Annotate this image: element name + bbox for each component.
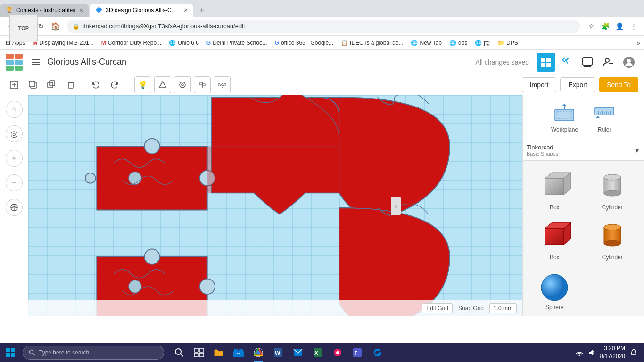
network-icon[interactable] [575,348,584,357]
shapes-category-selector[interactable]: Tinkercad Basic Shapes ▼ [523,140,644,161]
shape-thumb-blue-sphere [533,266,576,304]
redo-button[interactable] [106,76,123,93]
taskbar-right: 3:20 PM 8/17/2020 [575,345,644,361]
taskbar-paint[interactable] [328,343,347,362]
copy-button[interactable] [25,76,41,93]
light-tool[interactable]: 💡 [134,76,151,93]
simulation-icon[interactable] [578,53,597,72]
shape-thumb-red-box [533,216,576,254]
delete-button[interactable] [62,76,79,93]
new-button[interactable] [6,76,23,93]
svg-rect-1 [15,54,23,59]
tab-close-1[interactable]: × [79,7,83,14]
tab-title-1: Contests - Instructables [16,7,75,14]
settings-icon[interactable]: ⋮ [627,20,640,33]
shape-item-orange-cylinder[interactable]: Cylinder [586,216,639,261]
taskbar-word[interactable]: W [269,343,288,362]
svg-rect-32 [199,83,202,85]
duplicate-button[interactable] [43,76,60,93]
svg-rect-8 [32,64,40,65]
bookmark-delhi[interactable]: G Delhi Private Schoo... [205,39,269,47]
taskbar-search-bar[interactable]: Type here to search [23,346,164,360]
left-sidebar: TOP ⌂ ◎ + − [0,95,28,316]
profile-icon[interactable]: 👤 [613,20,626,33]
codeblocks-icon[interactable] [557,53,576,72]
svg-rect-7 [32,62,40,63]
svg-rect-2 [6,60,14,65]
group-tool[interactable] [174,76,191,93]
shape-item-grey-box[interactable]: Box [528,166,581,211]
add-collaborator-icon[interactable] [599,53,618,72]
svg-rect-27 [68,83,73,88]
avatar-icon[interactable] [619,53,638,72]
home-view-button[interactable]: ⌂ [6,101,23,118]
tab-close-2[interactable]: × [184,7,188,14]
workspace[interactable]: › Edit Grid Snap Grid 1.0 mm [28,95,522,316]
bookmark-dps[interactable]: 🌐 dps [447,39,469,47]
category-dropdown-arrow[interactable]: ▼ [634,147,640,154]
mirror-tool[interactable] [214,76,231,93]
export-button[interactable]: Export [560,77,595,92]
bookmark-star-icon[interactable]: ☆ [585,20,598,33]
shape-thumb-grey-cylinder [591,166,634,204]
unio-favicon: 🌐 [169,40,176,46]
shape-item-red-box[interactable]: Box [528,216,581,261]
bookmark-jfg[interactable]: 🌐 jfg [473,39,492,47]
zoom-out-button[interactable]: − [6,174,23,191]
bookmark-office[interactable]: G office 365 - Google... [273,39,336,47]
taskbar-search-app[interactable] [170,343,189,362]
saved-status: All changes saved [475,58,529,66]
bookmarks-more[interactable]: » [636,39,640,47]
menu-icon[interactable] [28,55,43,70]
tinkercad-logo[interactable] [6,54,23,71]
send-to-button[interactable]: Send To [599,77,638,92]
taskbar-time[interactable]: 3:20 PM 8/17/2020 [600,345,625,361]
tab-tinkercad[interactable]: 🔷 3D design Glorious Allis-Curcan × [90,4,193,17]
workplane-button[interactable]: Workplane [545,99,584,136]
office-favicon: G [275,40,279,46]
align-tool[interactable] [194,76,211,93]
start-button[interactable] [0,343,21,362]
ruler-button[interactable]: Ruler [587,99,621,136]
bookmark-corridor[interactable]: M Corridor Duty Repo... [99,39,163,47]
address-bar[interactable]: 🔒 tinkercad.com/things/9XgsqT3sfxA-glori… [67,20,580,33]
undo-button[interactable] [87,76,104,93]
nav-bar: ← → ↻ 🏠 🔒 tinkercad.com/things/9XgsqT3sf… [0,17,644,36]
perspective-button[interactable] [6,199,23,216]
edit-grid-button[interactable]: Edit Grid [422,303,453,313]
shape-item-blue-sphere[interactable]: Sphere [528,266,581,311]
home-button[interactable]: 🏠 [49,20,62,33]
bookmark-newtab[interactable]: 🌐 New Tab [409,39,443,47]
extensions-icon[interactable]: 🧩 [599,20,612,33]
svg-point-41 [129,172,141,184]
volume-icon[interactable] [587,348,596,357]
panel-collapse-button[interactable]: › [391,197,401,215]
taskbar-mail[interactable] [289,343,307,362]
bookmark-dps2[interactable]: 📁 DPS [495,39,520,47]
svg-marker-36 [223,83,225,86]
taskbar-taskview[interactable] [190,343,208,362]
taskbar-chrome[interactable] [249,343,268,362]
corridor-favicon: M [101,40,106,46]
bookmark-unio[interactable]: 🌐 Unio 6.6 [167,39,201,47]
snap-value[interactable]: 1.0 mm [489,303,517,313]
zoom-in-button[interactable]: + [6,150,23,167]
svg-point-30 [182,84,183,86]
bookmark-img[interactable]: M Displaying IMG-201... [31,39,95,47]
grid-view-icon[interactable] [537,53,555,72]
taskbar-edge[interactable] [368,343,387,362]
ruler-label: Ruler [598,126,611,133]
shape-item-grey-cylinder[interactable]: Cylinder [586,166,639,211]
notifications-icon[interactable] [629,348,638,357]
taskbar-teams[interactable]: T [348,343,367,362]
taskbar-store[interactable] [229,343,248,362]
bookmark-ideo[interactable]: 📋 IDEO is a global de... [339,39,405,47]
taskbar-excel[interactable]: X [308,343,327,362]
new-tab-button[interactable]: + [195,4,208,17]
svg-rect-26 [50,81,55,86]
taskbar-file-explorer[interactable] [209,343,228,362]
import-button[interactable]: Import [522,77,557,92]
address-text: tinkercad.com/things/9XgsqT3sfxA-gloriou… [83,23,245,30]
shape-tool[interactable] [154,76,171,93]
fit-button[interactable]: ◎ [6,125,23,142]
